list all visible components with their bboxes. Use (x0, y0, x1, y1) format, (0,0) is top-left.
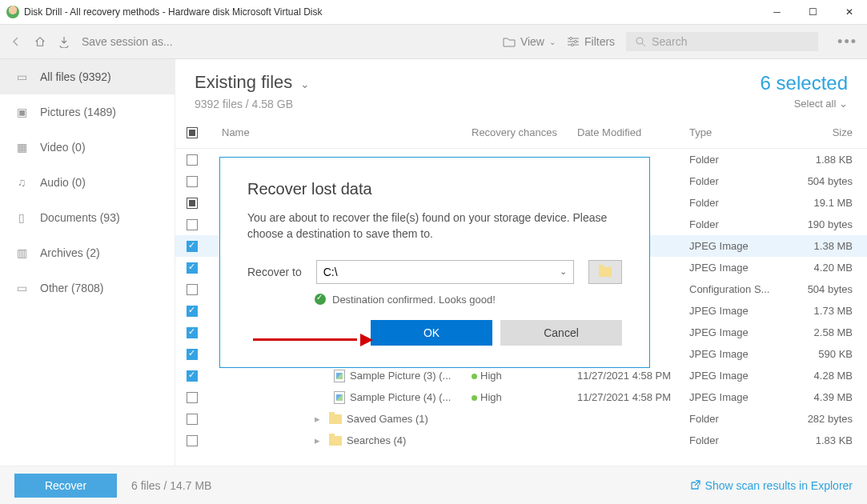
search-placeholder: Search (652, 35, 687, 48)
col-name[interactable]: Name (215, 126, 472, 138)
sidebar-item-archives[interactable]: ▥Archives (2) (0, 235, 175, 270)
recover-to-select[interactable]: C:\ ⌄ (316, 260, 574, 284)
window-title: Disk Drill - All recovery methods - Hard… (24, 6, 323, 18)
svg-point-2 (571, 44, 573, 46)
table-row[interactable]: ▸Searches (4)Folder1.83 KB (175, 430, 867, 451)
table-header: Name Recovery chances Date Modified Type… (175, 117, 867, 149)
row-checkbox[interactable] (187, 414, 198, 425)
selected-count: 6 selected (761, 72, 848, 94)
row-checkbox[interactable] (187, 327, 198, 338)
sidebar-item-video[interactable]: ▦Video (0) (0, 130, 175, 165)
show-in-explorer-link[interactable]: Show scan results in Explorer (689, 479, 853, 492)
modal-message: You are about to recover the file(s) fou… (247, 210, 622, 242)
archives-icon: ▥ (14, 246, 29, 259)
documents-icon: ▯ (14, 211, 29, 224)
folder-icon (329, 436, 342, 446)
table-row[interactable]: Sample Picture (3) (...High11/27/2021 4:… (175, 365, 867, 386)
cancel-button[interactable]: Cancel (500, 320, 622, 346)
browse-button[interactable] (588, 260, 622, 284)
table-row[interactable]: ▸Saved Games (1)Folder282 bytes (175, 408, 867, 430)
more-button[interactable]: ••• (837, 34, 857, 50)
pictures-icon: ▣ (14, 106, 29, 118)
folder-icon (503, 35, 516, 48)
table-row[interactable]: Sample Picture (4) (...High11/27/2021 4:… (175, 386, 867, 408)
chevron-down-icon: ⌄ (297, 78, 310, 90)
image-file-icon (334, 370, 345, 382)
maximize-button[interactable]: ☐ (795, 0, 831, 24)
app-icon (6, 6, 19, 18)
audio-icon: ♫ (14, 176, 29, 189)
modal-title: Recover lost data (247, 180, 622, 198)
external-icon (689, 480, 700, 491)
col-date[interactable]: Date Modified (577, 126, 689, 138)
row-checkbox[interactable] (187, 198, 198, 209)
chevron-down-icon: ⌄ (560, 266, 567, 277)
sidebar-item-other[interactable]: ▭Other (7808) (0, 270, 175, 306)
home-icon[interactable] (34, 35, 46, 48)
row-checkbox[interactable] (187, 219, 198, 230)
image-file-icon (334, 391, 345, 404)
footer-info: 6 files / 14.7 MB (131, 479, 211, 492)
sidebar: ▭All files (9392) ▣Pictures (1489) ▦Vide… (0, 59, 175, 466)
filters-button[interactable]: Filters (567, 35, 615, 48)
row-checkbox[interactable] (187, 154, 198, 166)
close-button[interactable]: ✕ (831, 0, 867, 24)
header-checkbox[interactable] (187, 127, 198, 138)
download-icon[interactable] (58, 35, 70, 48)
search-input[interactable]: Search (626, 32, 818, 51)
files-icon: ▭ (14, 70, 29, 83)
row-checkbox[interactable] (187, 349, 198, 360)
recover-button[interactable]: Recover (14, 474, 117, 498)
select-all-button[interactable]: Select all ⌄ (761, 98, 848, 110)
folder-icon (599, 267, 612, 277)
svg-point-0 (569, 38, 572, 40)
expand-icon[interactable]: ▸ (315, 413, 324, 425)
save-session-button[interactable]: Save session as... (82, 35, 173, 48)
sidebar-item-audio[interactable]: ♫Audio (0) (0, 165, 175, 200)
toolbar: Save session as... View ⌄ Filters Search… (0, 24, 867, 59)
destination-confirmation: Destination confirmed. Looks good! (315, 294, 622, 306)
annotation-arrow (253, 334, 373, 346)
status-dot-icon (472, 374, 477, 379)
titlebar: Disk Drill - All recovery methods - Hard… (0, 0, 867, 24)
other-icon: ▭ (14, 282, 29, 294)
page-title[interactable]: Existing files ⌄ (195, 72, 310, 93)
back-icon[interactable] (10, 35, 22, 48)
minimize-button[interactable]: ─ (759, 0, 795, 24)
sliders-icon (567, 35, 580, 48)
recover-to-label: Recover to (247, 266, 302, 278)
col-size[interactable]: Size (787, 126, 867, 138)
page-subtitle: 9392 files / 4.58 GB (195, 98, 310, 110)
chevron-down-icon: ⌄ (549, 38, 556, 46)
row-checkbox[interactable] (187, 435, 198, 446)
sidebar-item-documents[interactable]: ▯Documents (93) (0, 200, 175, 235)
status-dot-icon (472, 395, 477, 401)
check-circle-icon (315, 294, 326, 305)
row-checkbox[interactable] (187, 241, 198, 252)
footer: Recover 6 files / 14.7 MB Show scan resu… (0, 466, 867, 504)
expand-icon[interactable]: ▸ (315, 434, 324, 446)
svg-point-1 (574, 41, 576, 43)
svg-point-3 (636, 38, 643, 44)
row-checkbox[interactable] (187, 392, 198, 403)
row-checkbox[interactable] (187, 284, 198, 295)
row-checkbox[interactable] (187, 306, 198, 317)
row-checkbox[interactable] (187, 176, 198, 187)
col-type[interactable]: Type (689, 126, 787, 138)
view-button[interactable]: View ⌄ (503, 35, 556, 48)
search-icon (634, 35, 647, 48)
col-recovery[interactable]: Recovery chances (472, 126, 577, 138)
row-checkbox[interactable] (187, 370, 198, 382)
video-icon: ▦ (14, 141, 29, 154)
folder-icon (329, 414, 342, 424)
ok-button[interactable]: OK (371, 320, 492, 346)
row-checkbox[interactable] (187, 262, 198, 274)
sidebar-item-all-files[interactable]: ▭All files (9392) (0, 59, 175, 94)
sidebar-item-pictures[interactable]: ▣Pictures (1489) (0, 94, 175, 130)
